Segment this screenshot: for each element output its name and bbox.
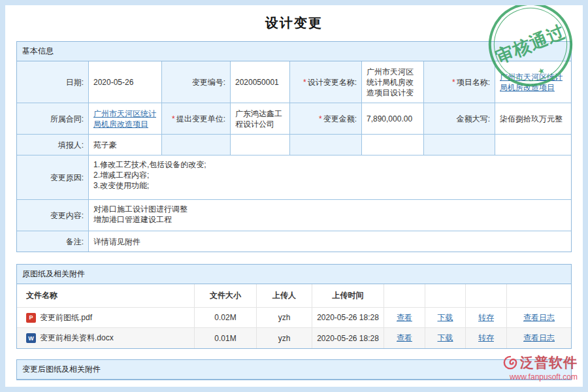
fanpu-logo-icon: [503, 355, 517, 370]
empty-cell: [162, 135, 231, 155]
change-amount-value: 7,890,000.00: [362, 103, 424, 135]
save-as-link[interactable]: 转存: [478, 312, 494, 323]
attachments-after-section: 变更后图纸及相关附件: [16, 359, 572, 380]
change-reason-value: 1.修改工艺技术,包括设备的改变; 2.增减工程内容; 3.改变使用功能;: [89, 155, 571, 200]
contract-value: 广州市天河区统计局机房改造项目: [89, 103, 162, 135]
reporter-label: 填报人:: [17, 135, 89, 155]
change-unit-value: 广东鸿达鑫工程设计公司: [231, 103, 290, 135]
col-file-name: 文件名称: [17, 284, 195, 308]
contract-label: 所属合同:: [17, 103, 89, 135]
change-unit-label: *提出变更单位:: [162, 103, 231, 135]
empty-cell: [231, 135, 290, 155]
table-row-file-name: P 变更前图纸.pdf: [17, 308, 195, 328]
required-asterisk: *: [319, 114, 322, 123]
main-panel: 设计变更 基本信息 日期: 2020-05-26 变更编号: 202005000…: [5, 5, 583, 387]
brand-url: www.fanpusoft.com: [503, 372, 578, 382]
col-file-size: 文件大小: [195, 284, 257, 308]
design-change-name-label: *设计变更名称:: [290, 61, 362, 103]
download-link[interactable]: 下载: [438, 312, 453, 323]
col-action-4: [507, 284, 571, 308]
date-value: 2020-05-26: [89, 61, 162, 103]
download-link[interactable]: 下载: [438, 333, 453, 344]
footer-brand: 泛普软件 www.fanpusoft.com: [503, 353, 578, 382]
col-action-2: [425, 284, 466, 308]
page-title: 设计变更: [5, 5, 583, 32]
required-asterisk: *: [452, 78, 455, 87]
empty-cell: [495, 135, 571, 155]
file-name: 变更前图纸.pdf: [40, 312, 92, 323]
word-file-icon: W: [26, 333, 36, 343]
file-size: 0.02M: [195, 308, 257, 328]
file-size: 0.01M: [195, 328, 257, 348]
basic-info-section: 基本信息 日期: 2020-05-26 变更编号: 2020050001 *设计…: [16, 41, 572, 252]
date-label: 日期:: [17, 61, 89, 103]
save-as-link[interactable]: 转存: [478, 333, 494, 344]
empty-cell: [362, 135, 424, 155]
required-asterisk: *: [303, 78, 306, 87]
table-row-file-name: W 变更前相关资料.docx: [17, 328, 195, 348]
project-name-value: 广州市天河区统计局机房改造项目: [495, 61, 571, 103]
col-action-1: [384, 284, 425, 308]
file-name: 变更前相关资料.docx: [40, 333, 114, 344]
design-change-name-value: 广州市天河区统计局机房改造项目设计变: [362, 61, 424, 103]
view-log-link[interactable]: 查看日志: [523, 333, 555, 344]
brand-name: 泛普软件: [520, 353, 578, 372]
file-uploader: yzh: [257, 328, 312, 348]
change-content-label: 变更内容:: [17, 200, 89, 231]
change-amount-label: *变更金额:: [290, 103, 362, 135]
remark-value: 详情请见附件: [89, 231, 571, 252]
change-no-label: 变更编号:: [162, 61, 231, 103]
change-reason-label: 变更原因:: [17, 155, 89, 200]
col-action-3: [466, 284, 507, 308]
basic-info-section-header: 基本信息: [17, 42, 571, 61]
project-name-label: *项目名称:: [424, 61, 495, 103]
amount-capital-value: 柒佰捌拾玖万元整: [495, 103, 571, 135]
empty-cell: [424, 135, 495, 155]
file-upload-time: 2020-05-26 18:28: [312, 308, 384, 328]
file-uploader: yzh: [257, 308, 312, 328]
view-link[interactable]: 查看: [397, 312, 412, 323]
attachments-before-section: 原图纸及相关附件 文件名称 文件大小 上传人 上传时间 P 变更前图纸.pdf …: [16, 264, 572, 349]
view-link[interactable]: 查看: [397, 333, 412, 344]
required-asterisk: *: [172, 114, 175, 123]
col-uploader: 上传人: [257, 284, 312, 308]
attachments-table: 文件名称 文件大小 上传人 上传时间 P 变更前图纸.pdf 0.02M yzh…: [17, 284, 571, 348]
change-no-value: 2020050001: [231, 61, 290, 103]
empty-cell: [290, 135, 362, 155]
view-log-link[interactable]: 查看日志: [523, 312, 555, 323]
remark-label: 备注:: [17, 231, 89, 252]
pdf-file-icon: P: [26, 313, 36, 323]
project-name-link[interactable]: 广州市天河区统计局机房改造项目: [500, 72, 566, 93]
col-upload-time: 上传时间: [312, 284, 384, 308]
attachments-after-header: 变更后图纸及相关附件: [17, 360, 571, 380]
amount-capital-label: 金额大写:: [424, 103, 495, 135]
reporter-value: 苑子豪: [89, 135, 162, 155]
basic-info-table: 日期: 2020-05-26 变更编号: 2020050001 *设计变更名称:…: [17, 61, 571, 252]
change-content-value: 对港口施工设计图进行调整 增加港口管道建设工程: [89, 200, 571, 231]
contract-link[interactable]: 广州市天河区统计局机房改造项目: [93, 108, 157, 129]
attachments-before-header: 原图纸及相关附件: [17, 265, 571, 284]
file-upload-time: 2020-05-26 18:28: [312, 328, 384, 348]
